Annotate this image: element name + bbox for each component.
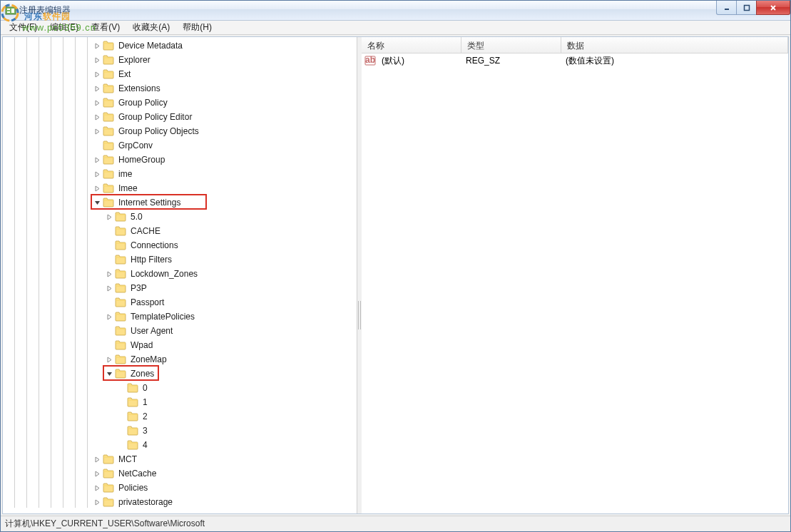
tree-item[interactable]: Policies xyxy=(3,481,357,495)
folder-icon xyxy=(127,411,138,421)
tree-item-label: User Agent xyxy=(129,325,174,337)
tree-item-label: ime xyxy=(117,168,133,180)
expand-icon[interactable] xyxy=(106,213,113,221)
list-row[interactable]: ab(默认)REG_SZ(数值未设置) xyxy=(362,53,788,68)
expand-icon[interactable] xyxy=(106,270,113,278)
tree-item[interactable]: privatestorage xyxy=(3,495,357,509)
tree-item-label: Extensions xyxy=(117,83,162,94)
expand-icon[interactable] xyxy=(93,99,101,107)
tree-item-label: 4 xyxy=(141,439,149,451)
tree-item[interactable]: HomeGroup xyxy=(3,153,357,167)
folder-icon xyxy=(115,340,126,350)
expand-icon[interactable] xyxy=(93,170,101,178)
tree-item[interactable]: 2 xyxy=(3,409,357,424)
collapse-icon[interactable] xyxy=(93,199,101,207)
tree-item[interactable]: P3P xyxy=(3,281,357,295)
expand-icon[interactable] xyxy=(106,285,113,292)
tree-item-label: Explorer xyxy=(117,54,152,66)
tree-item[interactable]: 4 xyxy=(3,438,357,452)
expand-icon[interactable] xyxy=(93,113,101,121)
menu-favorites[interactable]: 收藏夹(A) xyxy=(127,20,175,35)
menu-help[interactable]: 帮助(H) xyxy=(177,20,218,35)
expand-icon[interactable] xyxy=(93,128,101,135)
col-type[interactable]: 类型 xyxy=(461,37,561,53)
tree-item[interactable]: Group Policy Objects xyxy=(3,124,357,138)
splitter[interactable] xyxy=(357,37,362,513)
folder-icon xyxy=(103,98,114,108)
expand-icon[interactable] xyxy=(93,470,101,478)
tree-pane[interactable]: Device MetadataExplorerExtExtensionsGrou… xyxy=(3,37,357,513)
expand-icon[interactable] xyxy=(93,42,101,50)
toggle-spacer xyxy=(118,384,126,392)
toggle-spacer xyxy=(106,299,113,307)
expand-icon[interactable] xyxy=(93,71,101,78)
tree-item[interactable]: Connections xyxy=(3,238,357,252)
tree-item[interactable]: ime xyxy=(3,167,357,181)
titlebar[interactable]: 注册表编辑器 xyxy=(1,1,790,21)
col-name[interactable]: 名称 xyxy=(362,37,461,53)
folder-icon xyxy=(115,283,126,293)
tree-item[interactable]: 0 xyxy=(3,381,357,395)
menu-view[interactable]: 查看(V) xyxy=(86,20,126,35)
expand-icon[interactable] xyxy=(106,313,113,321)
tree-item-label: 1 xyxy=(141,397,149,408)
expand-icon[interactable] xyxy=(93,456,101,464)
tree-item[interactable]: Device Metadata xyxy=(3,39,357,53)
tree-item[interactable]: 1 xyxy=(3,395,357,409)
tree-item-label: Ext xyxy=(117,68,132,80)
tree-item[interactable]: Http Filters xyxy=(3,252,357,267)
folder-icon xyxy=(115,326,126,336)
tree-item[interactable]: NetCache xyxy=(3,466,357,481)
expand-icon[interactable] xyxy=(93,56,101,64)
tree-item[interactable]: ZoneMap xyxy=(3,352,357,367)
tree-item[interactable]: Imee xyxy=(3,181,357,195)
svg-text:ab: ab xyxy=(365,55,375,65)
folder-icon xyxy=(103,183,114,193)
tree-item[interactable]: Ext xyxy=(3,67,357,81)
tree-item[interactable]: Lockdown_Zones xyxy=(3,267,357,281)
tree-item[interactable]: Group Policy Editor xyxy=(3,110,357,124)
tree-item[interactable]: Explorer xyxy=(3,53,357,67)
maximize-button[interactable] xyxy=(736,1,757,15)
svg-rect-4 xyxy=(7,11,10,13)
expand-icon[interactable] xyxy=(106,356,113,364)
toggle-spacer xyxy=(93,142,101,150)
list-pane[interactable]: 名称 类型 数据 ab(默认)REG_SZ(数值未设置) xyxy=(362,37,788,513)
tree-item[interactable]: Zones xyxy=(3,367,357,381)
collapse-icon[interactable] xyxy=(106,370,113,378)
menubar: 文件(F) 编辑(E) 查看(V) 收藏夹(A) 帮助(H) xyxy=(1,21,790,35)
expand-icon[interactable] xyxy=(93,484,101,492)
minimize-button[interactable] xyxy=(716,1,737,15)
expand-icon[interactable] xyxy=(93,498,101,506)
tree-item[interactable]: GrpConv xyxy=(3,138,357,153)
tree-item[interactable]: CACHE xyxy=(3,224,357,238)
toggle-spacer xyxy=(106,342,113,349)
window-controls xyxy=(717,1,790,15)
folder-icon xyxy=(103,469,114,479)
tree-item-label: Zones xyxy=(129,368,155,379)
folder-icon xyxy=(127,440,138,450)
tree-item[interactable]: Extensions xyxy=(3,81,357,96)
close-button[interactable] xyxy=(756,1,790,15)
tree-item[interactable]: 3 xyxy=(3,424,357,438)
folder-icon xyxy=(103,497,114,507)
regedit-icon xyxy=(5,5,16,16)
tree-item[interactable]: Wpad xyxy=(3,338,357,352)
menu-edit[interactable]: 编辑(E) xyxy=(44,20,84,35)
expand-icon[interactable] xyxy=(93,185,101,193)
expand-icon[interactable] xyxy=(93,156,101,164)
tree-item[interactable]: MCT xyxy=(3,452,357,466)
col-data[interactable]: 数据 xyxy=(561,37,788,53)
menu-file[interactable]: 文件(F) xyxy=(4,20,43,35)
tree-item[interactable]: 5.0 xyxy=(3,210,357,224)
expand-icon[interactable] xyxy=(93,85,101,93)
tree-item[interactable]: User Agent xyxy=(3,324,357,338)
statusbar-path: 计算机\HKEY_CURRENT_USER\Software\Microsoft xyxy=(5,518,205,530)
folder-icon xyxy=(115,226,126,236)
tree-item[interactable]: Group Policy xyxy=(3,96,357,110)
toggle-spacer xyxy=(106,242,113,250)
tree-item[interactable]: Internet Settings xyxy=(3,195,357,210)
tree-item[interactable]: TemplatePolicies xyxy=(3,310,357,324)
tree-item-label: Imee xyxy=(117,183,139,194)
tree-item[interactable]: Passport xyxy=(3,295,357,310)
